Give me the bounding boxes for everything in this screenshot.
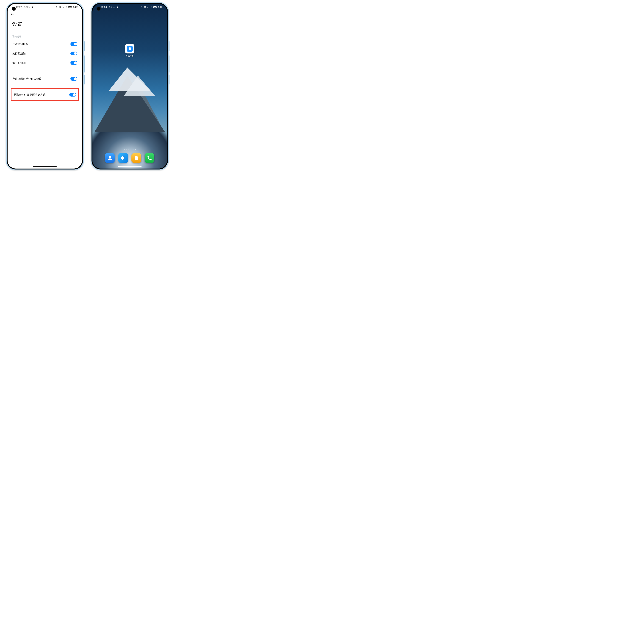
page-dot-current [135,149,136,150]
row-allow-notify[interactable]: 允许通知提醒 [8,39,82,49]
dock-browser[interactable] [118,153,128,163]
signal-icon [62,6,64,8]
side-button [84,55,85,73]
row-label: 允许提示自动化任务建议 [12,77,42,81]
dock-contacts[interactable] [105,153,115,163]
back-button[interactable] [10,12,15,17]
svg-rect-4 [154,6,156,7]
side-button [169,41,169,51]
row-label: 显示自动任务桌面快捷方式 [13,93,45,97]
toggle-show-shortcut[interactable] [69,93,76,97]
svg-rect-1 [69,6,72,7]
status-time: 22:22 [16,6,22,8]
side-button [169,55,169,73]
status-net-speed: 0.0K/s [24,6,31,8]
hd-icon: HD [144,6,146,8]
phone-frame-homescreen: 22:24 0.5K/s HD [91,2,169,170]
row-label: 退出前通知 [12,61,26,65]
dock-notes[interactable] [131,153,141,163]
page-dot [128,149,129,150]
wifi-icon [65,6,68,8]
svg-rect-2 [72,6,72,7]
app-shortcut-autotask[interactable]: 自动任务 [125,44,134,58]
hd-icon: HD [59,6,61,8]
toggle-before-exit[interactable] [70,61,77,65]
page-dot [126,149,127,150]
signal-icon [147,6,149,8]
toggle-before-exec[interactable] [70,52,77,55]
toggle-allow-suggest[interactable] [70,77,77,81]
gesture-bar[interactable] [118,166,142,167]
page-dot [130,149,131,150]
bluetooth-icon [56,6,58,8]
page-title: 设置 [8,17,82,28]
page-indicator[interactable] [92,149,167,152]
battery-icon [68,6,72,8]
wifi-icon [150,6,153,8]
side-button [169,75,169,85]
side-button [84,75,85,85]
status-time: 22:24 [101,6,107,8]
divider [12,71,77,71]
alarm-icon [116,6,119,8]
app-label: 自动任务 [126,55,134,58]
phone-frame-settings: 22:22 0.0K/s HD [6,2,84,170]
row-show-shortcut[interactable]: 显示自动任务桌面快捷方式 [13,93,76,97]
status-bar: 22:22 0.0K/s HD [8,4,82,9]
bluetooth-icon [140,6,143,8]
row-allow-suggest[interactable]: 允许提示自动化任务建议 [8,74,82,83]
row-before-exec[interactable]: 执行前通知 [8,49,82,58]
row-label: 执行前通知 [12,52,26,55]
status-bar: 22:24 0.5K/s HD [92,4,167,9]
page-dot [124,149,125,150]
clipboard-check-icon [125,44,134,53]
alarm-icon [31,6,34,8]
page-dot [133,149,134,150]
battery-icon [153,6,157,8]
highlight-show-shortcut: 显示自动任务桌面快捷方式 [11,88,79,101]
camera-punch-hole [12,7,16,11]
status-net-speed: 0.5K/s [109,6,115,8]
toggle-allow-notify[interactable] [70,42,77,46]
side-button [84,41,85,51]
battery-percent: 94% [73,6,78,8]
svg-rect-5 [157,6,157,7]
battery-percent: 93% [158,6,163,8]
row-label: 允许通知提醒 [12,42,28,46]
gesture-bar[interactable] [33,166,57,167]
camera-punch-hole [97,7,101,11]
dock-phone[interactable] [145,153,154,163]
section-header-notify: 通知提醒 [8,28,82,39]
row-before-exit[interactable]: 退出前通知 [8,58,82,68]
